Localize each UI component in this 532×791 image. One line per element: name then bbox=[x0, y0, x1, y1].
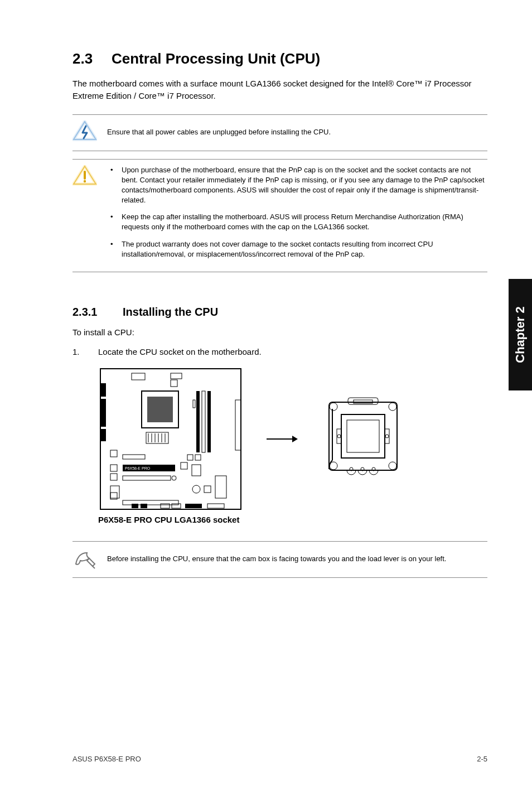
svg-rect-12 bbox=[100, 429, 106, 441]
svg-rect-49 bbox=[195, 455, 201, 460]
svg-rect-14 bbox=[147, 397, 173, 422]
svg-rect-24 bbox=[207, 391, 211, 452]
svg-rect-23 bbox=[202, 391, 205, 452]
svg-rect-41 bbox=[123, 500, 178, 505]
svg-rect-36 bbox=[110, 486, 119, 498]
svg-point-64 bbox=[385, 435, 389, 438]
svg-point-38 bbox=[192, 485, 200, 493]
svg-rect-47 bbox=[207, 504, 224, 508]
svg-rect-42 bbox=[132, 504, 138, 508]
svg-rect-32 bbox=[181, 462, 187, 469]
svg-rect-6 bbox=[100, 369, 241, 509]
chapter-tab-label: Chapter 2 bbox=[513, 306, 528, 363]
svg-rect-48 bbox=[187, 455, 193, 460]
svg-point-56 bbox=[389, 462, 396, 470]
svg-rect-27 bbox=[110, 450, 117, 457]
page-footer: ASUS P6X58-E PRO 2-5 bbox=[72, 755, 487, 763]
step-1-text: Locate the CPU socket on the motherboard… bbox=[98, 347, 262, 356]
tip-note: Before installing the CPU, ensure that t… bbox=[72, 541, 487, 578]
svg-rect-10 bbox=[100, 383, 106, 397]
caution-item: Upon purchase of the motherboard, ensure… bbox=[107, 165, 487, 206]
svg-marker-51 bbox=[292, 436, 298, 442]
svg-rect-31 bbox=[110, 474, 117, 480]
svg-rect-9 bbox=[171, 380, 177, 387]
footer-right: 2-5 bbox=[477, 755, 487, 763]
svg-rect-46 bbox=[185, 504, 202, 508]
svg-rect-33 bbox=[192, 465, 201, 476]
section-number: 2.3 bbox=[72, 50, 112, 67]
svg-rect-59 bbox=[341, 414, 385, 458]
socket-diagram: P6X58-E PRO bbox=[98, 366, 487, 512]
svg-rect-8 bbox=[171, 373, 182, 379]
subsection-heading: 2.3.1Installing the CPU bbox=[72, 306, 487, 319]
tip-text: Before installing the CPU, ensure that t… bbox=[107, 547, 446, 564]
subsection-title-text: Installing the CPU bbox=[123, 306, 218, 318]
subsection-number: 2.3.1 bbox=[72, 306, 123, 319]
svg-rect-22 bbox=[196, 391, 200, 452]
caution-item: The product warranty does not cover dama… bbox=[107, 239, 487, 259]
svg-rect-26 bbox=[235, 400, 241, 450]
svg-rect-60 bbox=[347, 420, 379, 452]
intro-paragraph: The motherboard comes with a surface mou… bbox=[72, 78, 487, 102]
svg-rect-45 bbox=[172, 504, 181, 508]
svg-rect-52 bbox=[329, 402, 397, 470]
svg-point-35 bbox=[172, 476, 176, 480]
motherboard-figure: P6X58-E PRO bbox=[98, 366, 243, 512]
svg-point-5 bbox=[84, 180, 86, 182]
to-install-text: To install a CPU: bbox=[72, 327, 487, 337]
svg-point-53 bbox=[330, 403, 337, 411]
warning-text: Ensure that all power cables are unplugg… bbox=[107, 120, 331, 137]
arrow-icon bbox=[265, 433, 299, 445]
caution-note: Upon purchase of the motherboard, ensure… bbox=[72, 159, 487, 273]
svg-point-54 bbox=[389, 403, 396, 411]
svg-point-63 bbox=[337, 435, 341, 438]
svg-rect-25 bbox=[193, 400, 195, 408]
section-title-text: Central Processing Unit (CPU) bbox=[112, 50, 320, 67]
svg-rect-43 bbox=[141, 504, 147, 508]
svg-rect-30 bbox=[110, 465, 117, 471]
lightning-icon bbox=[72, 120, 97, 145]
svg-rect-40 bbox=[215, 476, 226, 498]
svg-rect-7 bbox=[132, 373, 145, 380]
step-1: 1.Locate the CPU socket on the motherboa… bbox=[72, 347, 487, 356]
caution-list: Upon purchase of the motherboard, ensure… bbox=[107, 165, 487, 260]
pencil-icon bbox=[72, 547, 97, 572]
board-label: P6X58-E PRO bbox=[125, 466, 151, 470]
section-heading: 2.3Central Processing Unit (CPU) bbox=[72, 50, 487, 67]
svg-rect-11 bbox=[100, 399, 106, 427]
exclamation-icon bbox=[72, 165, 97, 190]
caution-item: Keep the cap after installing the mother… bbox=[107, 212, 487, 232]
svg-rect-28 bbox=[123, 455, 145, 459]
warning-note: Ensure that all power cables are unplugg… bbox=[72, 114, 487, 151]
footer-left: ASUS P6X58-E PRO bbox=[72, 755, 141, 763]
diagram-caption: P6X58-E PRO CPU LGA1366 socket bbox=[98, 515, 487, 524]
chapter-tab: Chapter 2 bbox=[509, 279, 532, 390]
svg-rect-34 bbox=[123, 476, 171, 480]
svg-rect-44 bbox=[161, 504, 170, 508]
step-1-number: 1. bbox=[72, 347, 98, 356]
socket-closeup-figure bbox=[321, 394, 405, 484]
svg-rect-39 bbox=[204, 486, 211, 493]
